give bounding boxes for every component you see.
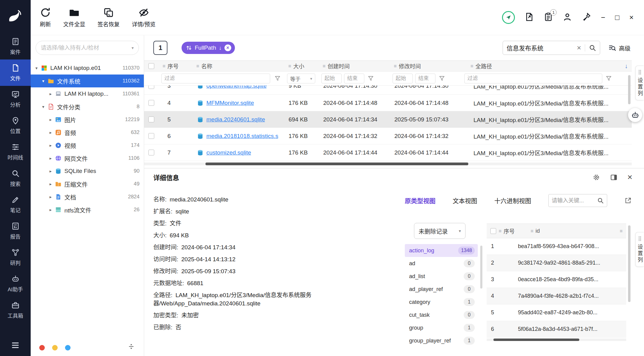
caret-down-icon[interactable] (33, 66, 40, 71)
table-row[interactable]: 6 media.20181018.statistics.s 176 KB 202… (144, 128, 632, 144)
column-header-size[interactable]: 大小 (284, 62, 318, 70)
table-row[interactable]: 7 customized.sqlite 176 KB 2024-06-04 17… (144, 144, 632, 161)
caret-right-icon[interactable] (47, 194, 54, 199)
sidebar-item-search[interactable]: 搜索 (0, 165, 31, 191)
funnel-icon[interactable] (605, 75, 612, 82)
file-link[interactable]: customized.sqlite (206, 149, 251, 156)
tree-node-sqlite-files[interactable]: SQLite Files90 (31, 165, 144, 178)
select-all-checkbox[interactable] (490, 228, 496, 234)
tree-node-file-categories[interactable]: 文件分类8 (31, 100, 144, 113)
user-account-button[interactable] (563, 12, 572, 23)
column-settings-rail-top[interactable]: 设置列 (635, 66, 644, 100)
sidebar-item-toolbox[interactable]: 工具箱 (0, 297, 31, 323)
yellow-tag-dot[interactable] (52, 345, 58, 350)
maximize-button[interactable]: □ (615, 14, 619, 21)
sidebar-item-notes[interactable]: 笔记 (0, 191, 31, 218)
horizontal-scrollbar[interactable] (487, 339, 626, 341)
remove-sort-icon[interactable] (224, 44, 231, 51)
column-header-path[interactable]: 全路径 (466, 62, 621, 70)
table-list-item[interactable]: ad_player_ref0 (405, 283, 478, 296)
caret-right-icon[interactable] (47, 156, 54, 161)
record-row[interactable]: 47a4890a4-f3fe-4628-a2b1-f7c4... (487, 288, 626, 304)
table-list-item[interactable]: group_player_ref1 (405, 334, 478, 347)
signature-recovery-button[interactable]: 签名恢复 (98, 7, 120, 28)
red-tag-dot[interactable] (39, 345, 45, 350)
sidebar-item-report[interactable]: 报告 (0, 218, 31, 244)
holder-search-input[interactable] (41, 45, 129, 51)
tree-node-evidence[interactable]: LAM KH laptop.e01110370 (31, 62, 144, 75)
caret-right-icon[interactable] (47, 117, 54, 122)
record-filter-dropdown[interactable]: 未删除记录 (414, 223, 466, 239)
column-header-modified[interactable]: 修改时间 (389, 62, 466, 70)
caret-right-icon[interactable] (47, 130, 54, 135)
sidebar-item-ai-assistant[interactable]: AI助手 (0, 270, 31, 297)
tree-node-video[interactable]: 视频174 (31, 139, 144, 152)
tab-text-view[interactable]: 文本视图 (453, 196, 477, 205)
record-row[interactable]: 30eacce18-25ea-4bd9-89fa-d35... (487, 271, 626, 288)
table-list-item[interactable]: group1 (405, 321, 478, 334)
vertical-scrollbar-thumb[interactable] (628, 75, 631, 104)
row-checkbox[interactable] (148, 133, 154, 139)
gear-icon[interactable] (592, 174, 600, 181)
task-list-button[interactable]: 1 (544, 12, 553, 23)
table-row[interactable]: 4 MFMMonitor.sqlite 176 KB 2024-06-04 17… (144, 95, 632, 111)
row-checkbox[interactable] (148, 86, 154, 89)
vertical-scrollbar-thumb[interactable] (480, 246, 482, 289)
caret-down-icon[interactable] (40, 78, 47, 83)
record-row[interactable]: 29c381742-9a92-4861-88a5-291... (487, 255, 626, 271)
result-tab-1[interactable]: 1 (153, 41, 167, 55)
caret-right-icon[interactable] (47, 182, 54, 186)
search-icon[interactable] (597, 197, 604, 204)
file-link[interactable]: MFMMonitor.sqlite (206, 100, 254, 106)
tree-node-laptop[interactable]: LAM KH laptop...110361 (31, 87, 144, 100)
size-operator-select[interactable]: 等于 (287, 74, 315, 83)
holder-search-combobox[interactable] (36, 41, 139, 55)
ai-assistant-float-button[interactable] (628, 108, 642, 122)
table-list-item-selected[interactable]: action_log1348 (405, 244, 478, 257)
vertical-scrollbar-thumb[interactable] (628, 225, 631, 302)
funnel-icon[interactable] (274, 75, 281, 82)
panel-splitter-handle[interactable] (128, 343, 135, 351)
refresh-button[interactable]: 刷新 (40, 7, 51, 28)
filter-input-path[interactable] (464, 74, 602, 83)
sync-status-button[interactable] (502, 11, 515, 24)
export-report-button[interactable] (525, 12, 534, 23)
record-row[interactable]: 1bea71af8-5969-43ea-b647-908... (487, 238, 626, 255)
detail-preview-button[interactable]: 详情/预览 (132, 7, 155, 28)
filter-input-name[interactable] (161, 74, 270, 83)
table-row[interactable]: 3 openweathermap.sqlite 9 KB 2024-06-04 … (144, 86, 632, 94)
row-checkbox[interactable] (148, 100, 154, 106)
record-row[interactable]: 595add402-ea87-4249-ae2b-80... (487, 304, 626, 321)
caret-right-icon[interactable] (47, 91, 54, 96)
file-link[interactable]: media.20181018.statistics.s (206, 133, 278, 140)
table-search-box[interactable] (503, 41, 600, 55)
tree-node-archives[interactable]: 压缩文件49 (31, 178, 144, 190)
caret-down-icon[interactable] (40, 104, 47, 109)
column-header-name[interactable]: 名称 (192, 62, 284, 70)
table-list-item[interactable]: cut_task0 (405, 308, 478, 321)
chevron-down-icon[interactable] (132, 45, 134, 50)
column-header-no[interactable]: 序号 (499, 227, 528, 235)
column-header-no[interactable]: 序号 (158, 62, 192, 70)
tree-node-audio[interactable]: 音频632 (31, 126, 144, 139)
open-external-button[interactable] (624, 197, 632, 204)
funnel-icon[interactable] (439, 75, 445, 82)
row-checkbox[interactable] (148, 117, 154, 122)
horizontal-scrollbar-thumb[interactable] (493, 339, 579, 341)
keyword-search-input[interactable] (552, 197, 595, 204)
horizontal-scrollbar[interactable] (144, 163, 632, 165)
keyword-search-box[interactable] (548, 194, 607, 207)
select-all-checkbox[interactable] (148, 63, 154, 69)
sidebar-item-timeline[interactable]: 时间线 (0, 139, 31, 165)
tab-original-view[interactable]: 原类型视图 (405, 196, 435, 205)
blue-tag-dot[interactable] (65, 345, 71, 350)
modified-end-input[interactable] (415, 74, 435, 83)
minimize-button[interactable]: − (601, 14, 605, 21)
tree-node-documents[interactable]: 文档2824 (31, 190, 144, 203)
caret-right-icon[interactable] (47, 207, 54, 212)
column-settings-rail-bottom[interactable]: 设置列 (635, 232, 644, 267)
table-list-item[interactable]: category1 (405, 296, 478, 308)
sort-chip[interactable]: FullPath (182, 42, 235, 54)
tree-node-web-files[interactable]: 网页文件1106 (31, 152, 144, 165)
show-all-files-button[interactable]: 文件全显 (63, 7, 85, 28)
